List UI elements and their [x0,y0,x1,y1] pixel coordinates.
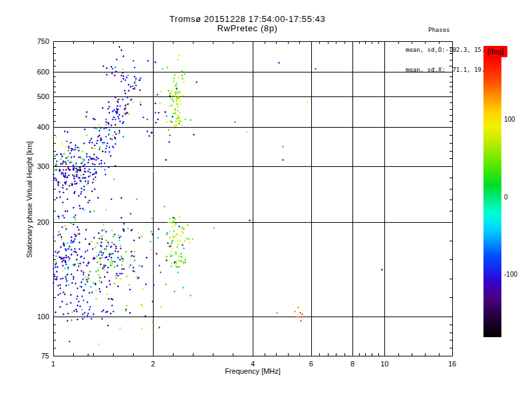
scatter-point [59,287,61,289]
scatter-point [96,261,98,263]
scatter-point [120,49,122,51]
scatter-point [142,305,144,307]
scatter-point [70,273,72,275]
scatter-point [75,164,77,166]
scatter-point [128,84,130,86]
scatter-point [145,283,147,285]
scatter-point [67,248,69,250]
scatter-point [180,253,182,255]
x-tick-label: 10 [375,360,394,368]
scatter-point [98,280,100,282]
scatter-point [112,235,114,237]
scatter-point [150,231,152,233]
scatter-point [101,229,103,231]
scatter-point [181,74,183,76]
scatter-point [78,205,80,207]
scatter-point [112,134,114,136]
scatter-point [193,134,195,136]
scatter-point [315,68,317,70]
scatter-point [134,80,136,82]
scatter-point [66,198,68,200]
scatter-point [180,227,182,229]
scatter-point [156,94,158,96]
scatter-point [80,281,82,283]
scatter-points [53,46,383,356]
scatter-point [70,156,72,158]
scatter-point [87,180,89,182]
scatter-point [119,120,121,122]
scatter-point [154,102,156,104]
scatter-point [173,77,175,79]
scatter-point [113,178,115,180]
scatter-point [121,273,123,275]
ionogram-page: Tromsø 20151228 17:54:00-17:55:43 RwPret… [0,0,532,399]
colorbar-gradient [483,57,501,337]
scatter-point [108,298,110,300]
scatter-point [138,265,140,267]
scatter-point [54,275,56,277]
scatter-point [166,115,168,117]
scatter-point [96,142,98,144]
scatter-point [59,233,61,235]
scatter-point [58,251,60,253]
scatter-point [112,311,114,313]
scatter-point [96,255,98,257]
scatter-point [83,159,85,161]
scatter-point [65,255,67,257]
scatter-point [170,243,172,245]
scatter-point [117,257,119,259]
scatter-point [67,256,69,258]
y-tick-label: 600 [28,68,49,76]
scatter-point [71,311,73,313]
scatter-point [72,223,74,225]
scatter-point [184,118,186,120]
scatter-point [95,298,97,300]
scatter-point [117,251,119,253]
scatter-point [75,168,77,170]
scatter-point [160,306,162,308]
scatter-point [76,269,78,271]
scatter-point [117,275,119,277]
scatter-point [79,265,81,267]
scatter-point [282,146,284,148]
scatter-point [80,162,82,164]
scatter-point [97,197,99,199]
x-tick-label: 6 [302,360,321,368]
scatter-point [111,72,113,74]
scatter-point [68,259,70,261]
scatter-point [78,241,80,243]
scatter-point [65,172,66,174]
scatter-point [86,111,88,113]
scatter-point [92,282,94,284]
scatter-point [125,251,127,253]
scatter-point [134,82,136,84]
scatter-point [89,172,91,174]
scatter-point [130,264,132,266]
scatter-point [88,292,90,294]
scatter-point [104,151,106,153]
scatter-point [122,136,124,138]
scatter-point [103,128,105,130]
scatter-point [166,259,168,261]
scatter-point [82,273,84,275]
scatter-point [118,237,120,239]
scatter-point [178,255,180,257]
scatter-point [78,150,80,152]
scatter-point [87,182,89,184]
scatter-point [176,124,178,126]
scatter-point [99,291,101,293]
scatter-point [97,136,99,138]
scatter-point [177,239,179,241]
scatter-point [181,231,183,233]
scatter-point [83,186,85,188]
scatter-point [122,55,124,57]
scatter-point [179,216,181,218]
scatter-point [122,115,124,117]
scatter-point [116,105,118,107]
scatter-point [105,118,107,120]
scatter-point [140,77,142,79]
scatter-point [107,267,109,269]
scatter-point [103,266,105,268]
scatter-point [282,159,284,161]
scatter-point [114,250,116,252]
